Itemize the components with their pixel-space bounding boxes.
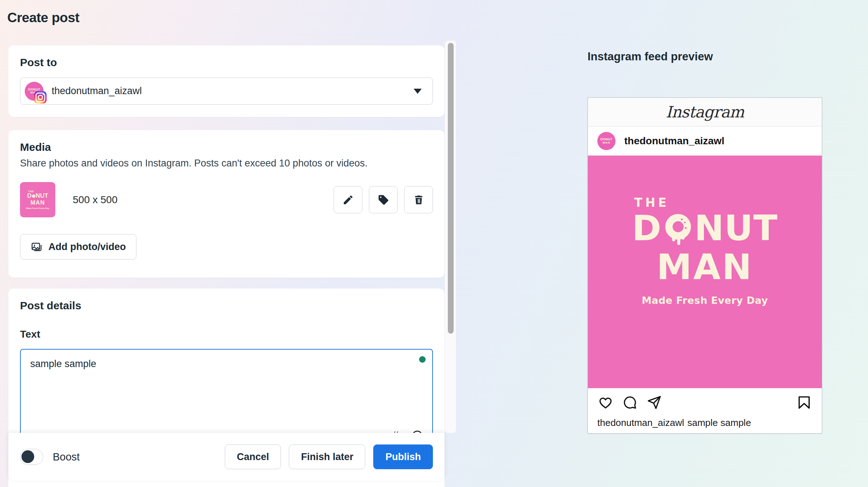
boost-toggle[interactable] <box>20 449 43 465</box>
preview-avatar-line2: MAN <box>602 141 610 144</box>
logo-tagline: Made Fresh Every Day <box>632 295 778 306</box>
donut-icon <box>663 213 693 247</box>
trash-icon <box>413 194 425 206</box>
photo-icon <box>31 241 43 253</box>
preview-avatar: DONUT MAN <box>597 132 616 150</box>
finish-later-button[interactable]: Finish later <box>289 444 365 469</box>
tag-icon <box>378 194 389 206</box>
caption-username: thedonutman_aizawl <box>597 417 684 428</box>
logo-d: D <box>632 210 662 246</box>
post-to-card: Post to DONUT MAN thedonutman_aizawl <box>8 45 445 117</box>
publish-button[interactable]: Publish <box>373 444 433 469</box>
character-status-dot <box>419 356 426 363</box>
media-item-row: THE DNUT MAN Made Fresh Every Day 500 x … <box>20 182 433 217</box>
instagram-wordmark: Instagram <box>666 103 744 121</box>
account-selector[interactable]: DONUT MAN thedonutman_aizawl <box>20 77 433 105</box>
heart-icon <box>598 395 613 410</box>
page-title: Create post <box>7 10 79 25</box>
pencil-icon <box>342 194 354 206</box>
edit-media-button[interactable] <box>334 186 362 213</box>
text-field-label: Text <box>20 329 433 340</box>
account-name: thedonutman_aizawl <box>52 85 142 97</box>
caption-text: sample sample <box>688 417 751 428</box>
share-icon <box>647 395 662 410</box>
media-actions <box>334 186 433 213</box>
media-thumbnail[interactable]: THE DNUT MAN Made Fresh Every Day <box>20 182 55 217</box>
media-heading: Media <box>20 141 433 153</box>
comment-icon <box>622 395 637 410</box>
preview-username: thedonutman_aizawl <box>624 135 724 147</box>
post-to-heading: Post to <box>20 56 433 69</box>
logo-man: MAN <box>632 249 778 285</box>
thumb-logo-tagline: Made Fresh Every Day <box>26 207 49 209</box>
footer-action-bar: Boost Cancel Finish later Publish <box>8 433 445 481</box>
instagram-badge-icon <box>34 91 47 104</box>
account-avatar: DONUT MAN <box>25 82 44 101</box>
add-photo-video-label: Add photo/video <box>48 241 126 253</box>
preview-heading: Instagram feed preview <box>588 50 713 63</box>
preview-user-row: DONUT MAN thedonutman_aizawl <box>588 126 822 156</box>
cancel-button[interactable]: Cancel <box>225 444 281 469</box>
post-details-heading: Post details <box>20 299 433 312</box>
add-photo-video-button[interactable]: Add photo/video <box>20 234 136 259</box>
media-dimensions: 500 x 500 <box>73 194 118 206</box>
preview-action-row <box>588 388 822 416</box>
scrollbar-track <box>445 41 456 433</box>
scrollbar-thumb[interactable] <box>448 43 454 334</box>
toggle-knob <box>21 450 34 463</box>
instagram-preview-card: Instagram DONUT MAN thedonutman_aizawl T… <box>588 97 822 434</box>
logo-donut: D NUT <box>632 210 778 246</box>
thumb-logo-nut: NUT <box>36 193 48 200</box>
chevron-down-icon <box>414 89 422 94</box>
thumb-logo-man: MAN <box>31 200 45 206</box>
delete-media-button[interactable] <box>404 186 433 213</box>
preview-caption: thedonutman_aizawlsample sample <box>588 416 822 428</box>
donut-icon <box>32 194 35 198</box>
tag-media-button[interactable] <box>369 186 398 213</box>
logo-nut: NUT <box>694 210 778 246</box>
thumb-logo-donut: DNUT <box>27 193 48 200</box>
preview-post-image: THE D NUT MAN <box>588 156 822 388</box>
create-post-page: Create post Post to DONUT MAN thedonutma… <box>0 0 868 487</box>
bookmark-icon <box>797 395 812 410</box>
boost-label: Boost <box>53 451 80 463</box>
media-card: Media Share photos and videos on Instagr… <box>8 130 445 278</box>
media-description: Share photos and videos on Instagram. Po… <box>20 158 433 169</box>
preview-header: Instagram <box>588 98 822 126</box>
thumb-logo-d: D <box>27 193 31 200</box>
footer-buttons: Cancel Finish later Publish <box>225 444 433 469</box>
donut-man-logo: THE D NUT MAN <box>632 196 778 306</box>
